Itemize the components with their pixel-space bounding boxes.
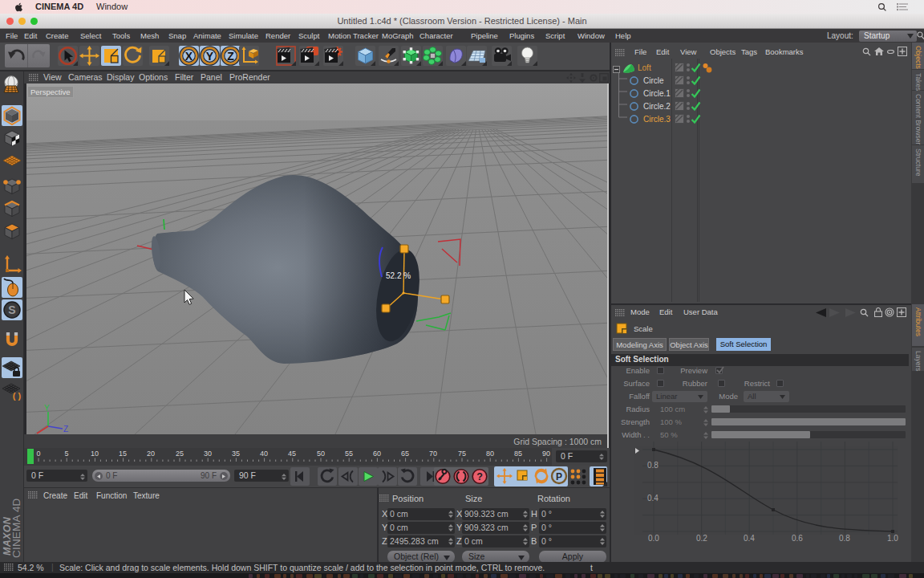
svg-text:0.6: 0.6 <box>792 534 803 543</box>
svg-text:( ): ( ) <box>13 391 22 401</box>
svg-text:X: X <box>185 50 193 63</box>
svg-text:0.8: 0.8 <box>647 461 659 470</box>
svg-text:0.4: 0.4 <box>647 494 659 503</box>
svg-text:Z: Z <box>63 425 68 434</box>
svg-text:Y: Y <box>44 404 50 413</box>
svg-text:0.4: 0.4 <box>744 534 755 543</box>
svg-text:0.8: 0.8 <box>839 534 850 543</box>
svg-text:?: ? <box>476 471 483 482</box>
svg-text:Z: Z <box>227 50 234 63</box>
svg-text:S: S <box>8 303 15 316</box>
svg-text:52.2 %: 52.2 % <box>386 271 411 280</box>
svg-text:P: P <box>556 471 562 482</box>
svg-text:0.0: 0.0 <box>648 534 659 543</box>
svg-text:0.2: 0.2 <box>696 534 707 543</box>
svg-text:Y: Y <box>206 50 214 63</box>
svg-text:1.0: 1.0 <box>887 534 898 543</box>
